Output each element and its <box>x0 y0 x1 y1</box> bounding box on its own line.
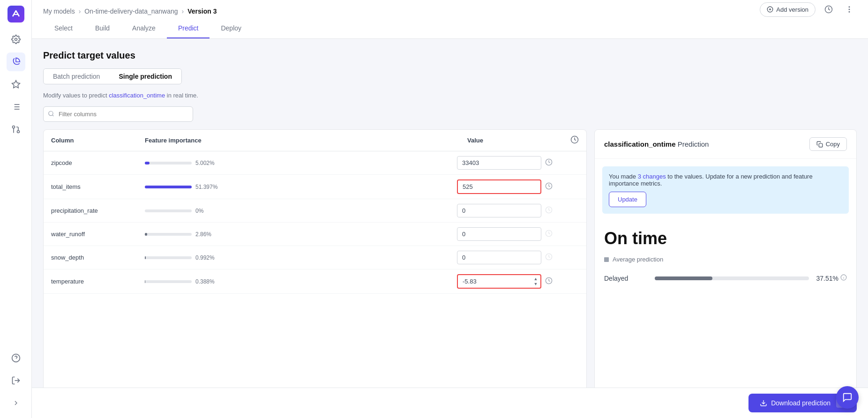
avg-prediction-row: Average prediction <box>604 256 847 263</box>
row-temperature-value: ▲ ▼ <box>457 274 560 289</box>
svg-point-19 <box>849 9 850 10</box>
snow-depth-input[interactable] <box>457 251 541 264</box>
table-row: precipitation_rate 0% <box>44 199 586 223</box>
breadcrumb-my-models[interactable]: My models <box>43 7 75 15</box>
reset-all-icon[interactable] <box>570 135 579 145</box>
row-zipcode-importance: 5.002% <box>145 160 457 166</box>
total-items-input[interactable] <box>457 179 541 194</box>
svg-rect-30 <box>819 143 823 147</box>
col-header-importance: Feature importance <box>145 137 467 144</box>
delayed-info-icon[interactable] <box>840 274 847 282</box>
zipcode-reset-icon[interactable] <box>545 158 553 167</box>
precipitation-rate-input[interactable] <box>457 204 541 217</box>
notice-changes-link[interactable]: 3 changes <box>638 173 666 180</box>
row-water-runoff-name: water_runoff <box>51 231 145 238</box>
tab-deploy[interactable]: Deploy <box>210 19 253 38</box>
water-runoff-reset-icon[interactable] <box>545 230 553 239</box>
panel-target: classification_ontime <box>604 140 676 148</box>
sidebar-item-export[interactable] <box>7 371 25 390</box>
precip-reset-icon[interactable] <box>545 206 553 215</box>
tab-select[interactable]: Select <box>43 19 84 38</box>
prediction-bars: Delayed 37.51% <box>595 270 856 291</box>
breadcrumb-sep-1: › <box>79 7 81 15</box>
filter-input-wrap <box>43 106 193 122</box>
row-precip-name: precipitation_rate <box>51 207 145 214</box>
delayed-label: Delayed <box>604 275 651 282</box>
panel-header: classification_ontime Prediction Copy <box>595 130 856 159</box>
water-runoff-input[interactable] <box>457 227 541 241</box>
result-label: On time <box>604 229 847 248</box>
row-total-items-value <box>457 179 560 194</box>
sidebar-item-predict[interactable] <box>7 52 25 71</box>
snow-depth-reset-icon[interactable] <box>545 253 553 262</box>
sidebar-item-list[interactable] <box>7 97 25 116</box>
zipcode-input[interactable] <box>457 156 541 170</box>
delayed-pct: 37.51% <box>816 275 838 282</box>
prediction-tabs: Batch prediction Single prediction <box>43 68 182 84</box>
row-water-runoff-value <box>457 227 560 241</box>
row-precip-importance: 0% <box>145 208 457 214</box>
sidebar-item-help[interactable] <box>7 349 25 367</box>
notice-text: You made 3 changes to the values. Update… <box>609 173 842 187</box>
download-label: Download prediction <box>771 399 831 407</box>
temperature-spinner-wrap: ▲ ▼ <box>457 274 541 289</box>
temperature-decrement[interactable]: ▼ <box>532 282 539 286</box>
split-layout: Column Feature importance Value zipcode <box>43 129 857 407</box>
row-snow-depth-importance: 0.992% <box>145 254 457 261</box>
history-icon[interactable] <box>821 2 836 17</box>
avg-prediction-dot <box>604 257 609 262</box>
table-row: snow_depth 0.992% <box>44 246 586 269</box>
breadcrumb-sep-2: › <box>182 7 184 15</box>
row-precip-value <box>457 204 560 217</box>
temperature-spin-arrows: ▲ ▼ <box>532 276 539 286</box>
table-body: zipcode 5.002% <box>44 151 586 406</box>
breadcrumb: My models › On-time-delivery-data_nanwan… <box>43 0 217 19</box>
sidebar-bottom <box>7 349 25 412</box>
update-button[interactable]: Update <box>609 192 646 207</box>
row-total-items-importance: 51.397% <box>145 184 457 190</box>
temperature-input[interactable] <box>457 274 541 289</box>
top-right-actions: Add version <box>760 2 857 17</box>
tab-predict[interactable]: Predict <box>167 19 210 38</box>
temperature-reset-icon[interactable] <box>545 277 553 286</box>
row-snow-depth-name: snow_depth <box>51 254 145 261</box>
more-options-icon[interactable] <box>842 2 857 17</box>
delayed-bar-row: Delayed 37.51% <box>604 274 847 282</box>
svg-point-18 <box>849 7 850 7</box>
update-notice: You made 3 changes to the values. Update… <box>602 166 849 214</box>
sidebar-expand-btn[interactable] <box>7 394 25 412</box>
sidebar-item-star[interactable] <box>7 75 25 94</box>
breadcrumb-version: Version 3 <box>187 7 217 15</box>
svg-marker-1 <box>12 81 20 88</box>
copy-label: Copy <box>826 141 840 148</box>
sidebar-item-gear[interactable] <box>7 30 25 49</box>
sidebar-item-circles[interactable] <box>7 120 25 139</box>
breadcrumb-model-name[interactable]: On-time-delivery-data_nanwang <box>84 7 178 15</box>
add-version-label: Add version <box>776 6 808 13</box>
top-nav: My models › On-time-delivery-data_nanwan… <box>32 0 868 39</box>
add-version-button[interactable]: Add version <box>760 2 816 17</box>
page-title: Predict target values <box>43 50 857 61</box>
tab-build[interactable]: Build <box>84 19 121 38</box>
filter-input[interactable] <box>43 106 193 122</box>
row-zipcode-value <box>457 156 560 170</box>
nav-tabs: Select Build Analyze Predict Deploy <box>43 19 857 38</box>
tab-batch-prediction[interactable]: Batch prediction <box>44 69 109 84</box>
tab-analyze[interactable]: Analyze <box>121 19 167 38</box>
subtitle: Modify values to predict classification_… <box>43 92 857 99</box>
total-items-reset-icon[interactable] <box>545 182 553 191</box>
temperature-increment[interactable]: ▲ <box>532 276 539 281</box>
table-section: Column Feature importance Value zipcode <box>43 129 587 407</box>
row-snow-depth-value <box>457 251 560 264</box>
table-row: total_items 51.397% <box>44 175 586 199</box>
chat-button[interactable] <box>836 386 859 409</box>
tab-single-prediction[interactable]: Single prediction <box>109 69 181 84</box>
main-content: My models › On-time-delivery-data_nanwan… <box>32 0 868 418</box>
copy-button[interactable]: Copy <box>809 137 847 151</box>
subtitle-link[interactable]: classification_ontime <box>109 92 165 99</box>
panel-prediction-word: Prediction <box>678 140 709 148</box>
app-logo <box>7 6 24 22</box>
notice-text-before: You made <box>609 173 638 180</box>
svg-point-9 <box>12 126 15 128</box>
row-total-items-name: total_items <box>51 183 145 190</box>
